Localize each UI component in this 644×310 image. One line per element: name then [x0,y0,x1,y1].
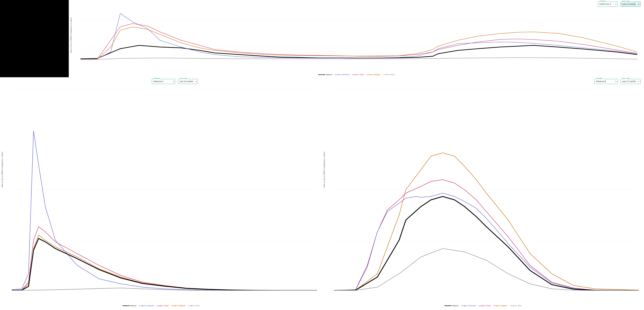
pathogen-label-top: Pathogen [599,0,606,2]
chart-svg-top: 0 700 1400 2100 2800 11/21/23 12/15/23 0… [80,7,637,60]
black-panel [0,0,69,77]
y-axis-label-br: Ratio of virus to PMMoV (multiplied by 1… [323,94,325,245]
chart-bottom-right: Pathogen Influenza B SARS-CoV-2 Influenz… [322,77,644,310]
chart-top: Pathogen SARS-CoV-2 Influenza A Influenz… [69,0,644,77]
legend-midwest: Midwest [367,74,380,76]
legend-bl-south: South [157,305,169,307]
pathogen-select-top[interactable]: SARS-CoV-2 Influenza A Influenza B [598,2,618,7]
legend-bl: National Northeast Sou [122,305,200,307]
pathogen-select-br[interactable]: Influenza B SARS-CoV-2 Influenza A [594,79,618,84]
daterange-control-bl: Date range Last 12 months Last 6 months … [178,79,198,84]
daterange-control-br: Date range Last 12 months Last 6 months … [620,79,641,84]
chart-svg-bl: 0 200 400 600 800 11/21/23 12/15/23 01/0… [12,89,317,290]
daterange-select-bl[interactable]: Last 12 months Last 6 months Last 3 mont… [178,79,198,84]
pathogen-control-bl: Pathogen Influenza A SARS-CoV-2 Influenz… [152,79,175,84]
legend-national: National [318,74,332,76]
page-container: Pathogen SARS-CoV-2 Influenza A Influenz… [0,0,644,310]
legend-bl-northeast: Northeast [139,305,154,307]
daterange-label-bl: Date range [179,78,188,79]
daterange-label-br: Date range [622,78,630,79]
legend-br: National Northeast Sou [444,305,522,307]
legend-br-west: West [510,305,522,307]
y-axis-label-bl: Ratio of virus to PMMoV (multiplied by 1… [1,94,3,245]
legend-br-south: South [479,305,491,307]
legend-bl-west: West [188,305,200,307]
legend-br-northeast: Northeast [461,305,476,307]
pathogen-select-bl[interactable]: Influenza A SARS-CoV-2 Influenza B [152,79,175,84]
legend-west: West [383,74,394,76]
legend-bl-national: National [122,305,136,307]
pathogen-label-bl: Pathogen [153,78,160,79]
legend-south: South [352,74,364,76]
daterange-select-top[interactable]: Last 12 months Last 6 months Last 3 mont… [620,2,641,7]
legend-br-midwest: Midwest [494,305,507,307]
pathogen-control-top: Pathogen SARS-CoV-2 Influenza A Influenz… [598,2,618,7]
daterange-label-top: Date range [622,0,630,2]
chart-bottom-left: Pathogen Influenza A SARS-CoV-2 Influenz… [0,77,322,310]
y-axis-label-top: Ratio of virus to PMMoV (multiplied by 1… [70,9,72,62]
pathogen-control-br: Pathogen Influenza B SARS-CoV-2 Influenz… [594,79,618,84]
pathogen-label-br: Pathogen [596,78,603,79]
daterange-select-br[interactable]: Last 12 months Last 6 months Last 3 mont… [620,79,641,84]
legend-bl-midwest: Midwest [172,305,185,307]
daterange-control-top: Date range Last 12 months Last 6 months … [620,2,641,7]
legend-northeast: Northeast [334,74,349,76]
chart-svg-br: 0 40 80 120 160 11/21/23 12/15/23 01/08/… [334,89,639,290]
legend-top: National Northeast Sou [318,74,394,76]
legend-br-national: National [444,305,458,307]
